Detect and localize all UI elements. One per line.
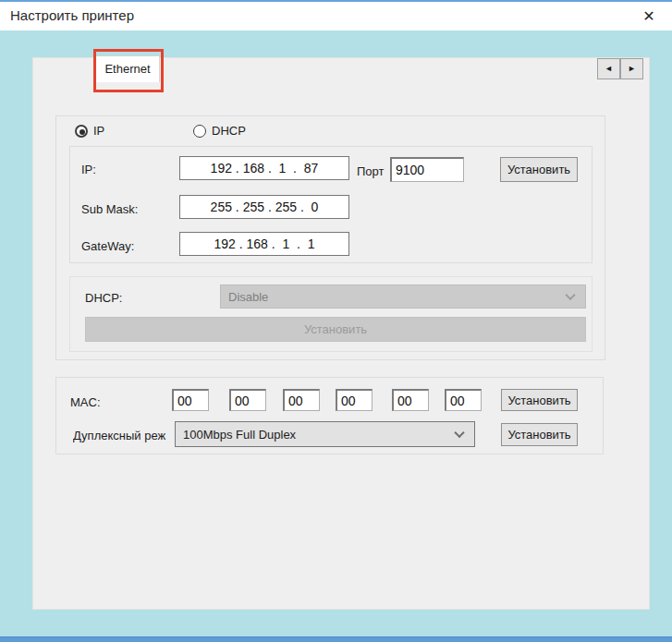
chevron-down-icon	[454, 428, 464, 438]
duplex-dropdown[interactable]: 100Mbps Full Duplex	[175, 421, 475, 447]
mac-input-5[interactable]	[392, 389, 429, 411]
titlebar: Настроить принтер ✕	[0, 2, 672, 30]
gateway-input[interactable]	[179, 232, 349, 256]
radio-checked-icon[interactable]	[75, 125, 88, 138]
mac-input-6[interactable]	[445, 389, 482, 411]
mac-input-2[interactable]	[229, 389, 266, 411]
window-title: Настроить принтер	[10, 7, 134, 23]
gateway-label: GateWay:	[81, 239, 134, 253]
tab-scroll-right-icon[interactable]: ►	[620, 58, 643, 79]
mac-duplex-groupbox: MAC: Установить Дуплексный реж 100Mbps F…	[55, 377, 604, 454]
radio-unchecked-icon[interactable]	[193, 125, 206, 138]
ip-radio-label: IP	[93, 124, 104, 138]
ip-label: IP:	[81, 163, 96, 176]
dhcp-label: DHCP:	[85, 291, 122, 305]
tab-scroll-left-icon[interactable]: ◄	[597, 58, 620, 79]
ip-input[interactable]	[179, 156, 349, 180]
ip-settings-groupbox: IP DHCP IP: Порт Sub Mask: GateWay: Уста…	[55, 115, 605, 360]
mac-input-1[interactable]	[172, 389, 209, 411]
window-bottom-border	[0, 636, 672, 642]
set-duplex-button[interactable]: Установить	[501, 423, 578, 446]
dhcp-radio[interactable]: DHCP	[193, 124, 246, 138]
tab-ethernet[interactable]: Ethernet	[95, 55, 160, 82]
port-input[interactable]	[390, 157, 464, 182]
chevron-down-icon	[565, 290, 575, 300]
printer-settings-dialog: Настроить принтер ✕ Основные Ethernet Wi…	[0, 0, 672, 642]
duplex-dropdown-value: 100Mbps Full Duplex	[183, 428, 296, 442]
submask-label: Sub Mask:	[81, 202, 138, 216]
duplex-label: Дуплексный реж	[73, 429, 175, 442]
port-label: Порт	[357, 164, 384, 178]
dhcp-dropdown: Disable	[220, 285, 586, 309]
set-mac-button[interactable]: Установить	[501, 389, 578, 411]
dhcp-box: DHCP: Disable Установить	[69, 276, 593, 352]
mac-label: MAC:	[70, 395, 101, 409]
mac-input-3[interactable]	[283, 389, 320, 411]
set-ip-button[interactable]: Установить	[500, 157, 578, 182]
set-dhcp-button: Установить	[85, 317, 586, 342]
dhcp-dropdown-value: Disable	[228, 290, 268, 304]
dhcp-radio-label: DHCP	[212, 124, 246, 138]
close-icon[interactable]: ✕	[637, 6, 661, 28]
mac-input-4[interactable]	[336, 389, 373, 411]
submask-input[interactable]	[179, 195, 349, 219]
ip-radio[interactable]: IP	[75, 124, 104, 138]
